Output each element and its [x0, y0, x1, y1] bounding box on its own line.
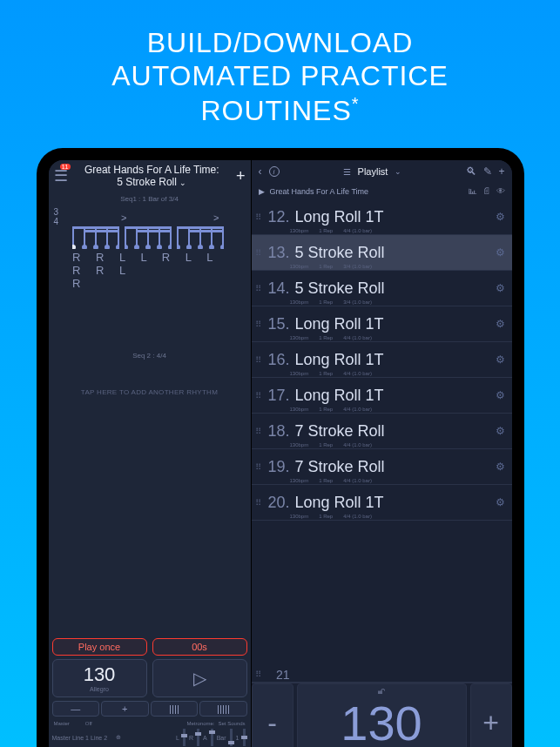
playlist-item[interactable]: ⠿16.Long Roll 1T⚙130bpm1 Rep4/4 (1.0 bar… [252, 342, 512, 378]
seq2-area[interactable]: Seq 2 : 4/4 TAP HERE TO ADD ANOTHER RHYT… [49, 349, 251, 396]
back-button[interactable]: ‹ [259, 165, 262, 178]
playlist-item[interactable]: ⠿15.Long Roll 1T⚙130bpm1 Rep4/4 (1.0 bar… [252, 306, 512, 342]
gear-icon[interactable]: ⚙ [496, 425, 505, 437]
svg-rect-37 [172, 705, 173, 714]
gear-icon[interactable]: ⚙ [496, 496, 505, 508]
svg-point-33 [198, 245, 203, 249]
sticking-row-1: R R L L R L L R R L [69, 249, 245, 277]
notes-icon[interactable]: 📄︎ [482, 186, 491, 196]
playlist-list[interactable]: ⠿12.Long Roll 1T⚙130bpm1 Rep4/4 (1.0 bar… [252, 199, 512, 667]
tempo-value: 130 [84, 663, 116, 686]
list-icon: ☰ [343, 167, 351, 177]
svg-point-19 [125, 245, 128, 249]
drag-handle-icon[interactable]: ⠿ [255, 427, 264, 436]
svg-rect-28 [199, 226, 201, 246]
drag-handle-icon[interactable]: ⠿ [255, 670, 264, 679]
editor-pane: ☰11 Great Hands For A Life Time: 5 Strok… [49, 160, 251, 747]
playlist-item-meta: 130bpm1 Rep3/4 (1.0 bar) [290, 264, 372, 269]
drag-handle-icon[interactable]: ⠿ [255, 248, 264, 258]
eye-icon[interactable]: 👁︎ [496, 186, 505, 196]
tempo-plus-button[interactable]: + [101, 701, 149, 717]
playlist-title[interactable]: Playlist [358, 166, 388, 177]
svg-point-22 [157, 245, 162, 249]
drag-handle-icon[interactable]: ⠿ [255, 498, 264, 508]
info-icon[interactable]: i [269, 166, 280, 177]
svg-rect-40 [218, 705, 219, 714]
playlist-item-number: 15. [264, 315, 290, 333]
playlist-item-meta: 130bpm1 Rep4/4 (1.0 bar) [290, 442, 372, 448]
playlist-item-title: Long Roll 1T [295, 351, 496, 369]
mixer-line2: Line 2 [91, 735, 107, 741]
notation-area[interactable]: > > R R L L R L L R R [64, 205, 250, 297]
subdivision-button[interactable] [151, 701, 199, 717]
svg-point-7 [72, 245, 76, 249]
mixer-slider-bar[interactable] [230, 729, 233, 746]
playlist-item[interactable]: ⠿19.7 Stroke Roll⚙130bpm1 Rep4/4 (1.0 ba… [252, 449, 512, 485]
big-tempo-display[interactable]: 🔓︎ 130 [297, 683, 467, 747]
note-group-3 [177, 226, 224, 249]
add-button[interactable]: + [236, 167, 246, 185]
playlist-item[interactable]: ⠿14.5 Stroke Roll⚙130bpm1 Rep3/4 (1.0 ba… [252, 271, 512, 306]
gear-icon[interactable]: ⚙ [496, 461, 505, 473]
drag-handle-icon[interactable]: ⠿ [255, 355, 264, 365]
svg-rect-42 [223, 705, 224, 714]
song-title-button[interactable]: Great Hands For A Life Time: 5 Stroke Ro… [71, 164, 233, 189]
gear-icon[interactable]: ⚙ [496, 211, 505, 223]
gear-icon[interactable]: ⚙ [496, 389, 505, 401]
gear-icon[interactable]: ⚙ [496, 246, 505, 259]
add-playlist-button[interactable]: + [499, 165, 505, 178]
lock-icon: 🔓︎ [378, 688, 385, 696]
drag-handle-icon[interactable]: ⠿ [255, 284, 264, 293]
toggle-icon[interactable]: ⊕ [116, 734, 121, 741]
big-tempo-plus-button[interactable]: + [470, 683, 512, 747]
svg-point-32 [186, 245, 192, 249]
svg-point-23 [168, 245, 172, 249]
gear-icon[interactable]: ⚙ [496, 282, 505, 294]
drag-handle-icon[interactable]: ⠿ [255, 212, 264, 222]
svg-rect-29 [211, 226, 213, 246]
drag-handle-icon[interactable]: ⠿ [255, 320, 264, 329]
playlist-item[interactable]: ⠿17.Long Roll 1T⚙130bpm1 Rep4/4 (1.0 bar… [252, 378, 512, 414]
mixer-slider-1[interactable] [243, 729, 246, 746]
big-tempo-minus-button[interactable]: - [252, 683, 293, 747]
gear-icon[interactable]: ⚙ [496, 353, 505, 366]
mixer-slider-a[interactable] [211, 729, 213, 746]
seq1-label: Seq1 : 1 Bar of 3/4 [49, 192, 251, 205]
gear-icon[interactable]: ⚙ [496, 318, 505, 330]
playlist-item-number: 20. [264, 494, 290, 512]
playlist-item-partial[interactable]: ⠿ 21 [252, 667, 512, 683]
search-icon[interactable]: 🔍︎ [466, 165, 476, 178]
svg-rect-17 [159, 226, 160, 246]
svg-rect-16 [147, 226, 149, 246]
mixer-off-label: Off [85, 721, 92, 726]
svg-point-31 [177, 245, 180, 249]
playlist-item[interactable]: ⠿18.7 Stroke Roll⚙130bpm1 Rep4/4 (1.0 ba… [252, 414, 512, 449]
edit-icon[interactable]: ✎ [483, 165, 492, 178]
play-mode-button[interactable]: Play once [52, 638, 147, 656]
stats-icon[interactable]: 📊︎ [469, 186, 477, 196]
tempo-box[interactable]: 130 Allegro [52, 659, 147, 697]
playlist-item-title: Long Roll 1T [295, 315, 496, 333]
timer-button[interactable]: 00s [152, 638, 247, 656]
drag-handle-icon[interactable]: ⠿ [255, 462, 264, 472]
playlist-item[interactable]: ⠿12.Long Roll 1T⚙130bpm1 Rep4/4 (1.0 bar… [252, 199, 512, 235]
playlist-item[interactable]: ⠿13.5 Stroke Roll⚙130bpm1 Rep3/4 (1.0 ba… [252, 235, 512, 271]
time-signature[interactable]: 3 4 [49, 205, 64, 297]
menu-button[interactable]: ☰11 [54, 166, 68, 185]
song-title-line1: Great Hands For A Life Time: [84, 164, 219, 176]
subdivision-alt-button[interactable] [199, 701, 247, 717]
set-sounds-label[interactable]: Set Sounds [218, 721, 245, 726]
playlist-item[interactable]: ⠿20.Long Roll 1T⚙130bpm1 Rep4/4 (1.0 bar… [252, 485, 512, 521]
svg-rect-5 [106, 226, 108, 246]
breadcrumb-title[interactable]: Great Hands For A Life Time [270, 187, 369, 196]
mixer-slider-l[interactable] [183, 729, 186, 746]
svg-rect-43 [226, 705, 226, 714]
tempo-minus-button[interactable]: — [52, 701, 100, 717]
svg-rect-13 [137, 230, 172, 232]
mixer-slider-r[interactable] [197, 729, 199, 746]
breadcrumb-play-icon[interactable]: ▶ [259, 187, 265, 196]
play-button[interactable]: ▷ [152, 659, 247, 697]
chevron-down-icon: ⌄ [179, 178, 186, 187]
playlist-item-title: 5 Stroke Roll [295, 279, 496, 298]
drag-handle-icon[interactable]: ⠿ [255, 391, 264, 400]
